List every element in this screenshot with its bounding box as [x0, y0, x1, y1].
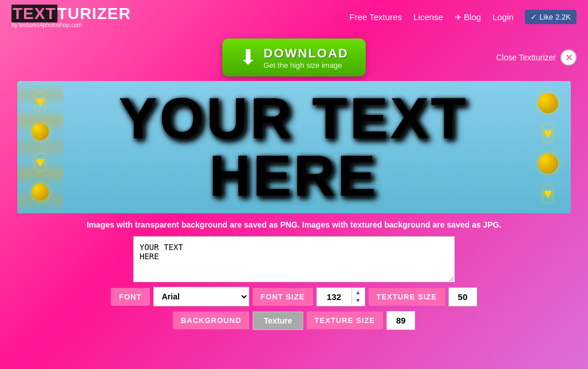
background-texture-btn[interactable]: Texture [253, 312, 303, 330]
controls-row-2: BACKGROUND Texture TEXTURE SIZE 89 [173, 311, 415, 330]
font-size-spinner: ▲ ▼ [351, 289, 365, 305]
close-circle-btn[interactable]: ✕ [560, 49, 577, 66]
preview-text-area: YOUR TEXT HERE [17, 84, 571, 210]
download-bar: ⬇ DOWNLOAD Get the high size image Close… [0, 34, 588, 81]
preview-line2: HERE [63, 147, 525, 205]
like-count: 2.2K [555, 13, 571, 21]
header: TEXTTURIZER by textures4photoshop.com Fr… [0, 0, 588, 34]
texture-size2-value: 89 [386, 311, 415, 330]
logo-tturizer: TURIZER [57, 5, 131, 22]
check-icon: ✓ [531, 13, 537, 21]
preview-text: YOUR TEXT HERE [17, 84, 571, 210]
close-textturizer-label: Close Textturizer [496, 53, 556, 62]
close-textturizer-btn[interactable]: Close Textturizer ✕ [496, 49, 577, 66]
download-sublabel: Get the high size image [264, 61, 342, 70]
logo-tex: TEXT [11, 5, 57, 22]
texture-size-value: 50 [448, 287, 477, 306]
info-message: Images with transparent background are s… [87, 220, 501, 229]
font-size-up[interactable]: ▲ [352, 289, 365, 297]
font-select[interactable]: Arial Times New Roman Verdana Georgia Im… [153, 287, 249, 306]
blog-plane-icon: ✈ [455, 13, 462, 22]
like-button[interactable]: ✓ Like 2.2K [525, 10, 577, 24]
preview-container: ♥ ♥ YOUR TEXT HERE ♥ ♥ [17, 81, 571, 213]
close-icon: ✕ [565, 52, 572, 63]
controls-row-1: FONT Arial Times New Roman Verdana Georg… [111, 287, 477, 306]
logo: TEXTTURIZER by textures4photoshop.com [11, 6, 131, 28]
texture-size2-label: TEXTURE SIZE [307, 312, 383, 329]
main-nav: Free Textures License ✈ Blog Login ✓ Lik… [350, 10, 577, 24]
font-size-down[interactable]: ▼ [352, 297, 365, 305]
like-label: Like [539, 13, 553, 21]
download-arrow-icon: ⬇ [239, 45, 257, 70]
text-input[interactable]: YOUR TEXT HERE [133, 236, 455, 282]
controls-container: YOUR TEXT HERE FONT Arial Times New Roma… [0, 236, 588, 330]
font-label: FONT [111, 288, 149, 306]
download-text-group: DOWNLOAD Get the high size image [264, 46, 349, 70]
nav-license[interactable]: License [413, 12, 443, 22]
font-size-control: ▲ ▼ [316, 287, 365, 306]
font-size-input[interactable] [317, 288, 351, 306]
download-label: DOWNLOAD [264, 46, 349, 61]
nav-login[interactable]: Login [493, 12, 514, 22]
logo-text: TEXTTURIZER [11, 6, 131, 22]
nav-blog[interactable]: ✈ Blog [455, 12, 481, 22]
info-text: Images with transparent background are s… [0, 213, 588, 236]
font-size-label: FONT SIZE [253, 288, 313, 306]
texture-size-label: TEXTURE SIZE [369, 288, 445, 306]
background-texture-label: Texture [264, 316, 292, 325]
nav-free-textures[interactable]: Free Textures [350, 12, 402, 22]
logo-subtitle: by textures4photoshop.com [11, 22, 131, 28]
background-label: BACKGROUND [173, 312, 249, 329]
download-button[interactable]: ⬇ DOWNLOAD Get the high size image [222, 39, 366, 76]
preview-line1: YOUR TEXT [63, 90, 525, 147]
